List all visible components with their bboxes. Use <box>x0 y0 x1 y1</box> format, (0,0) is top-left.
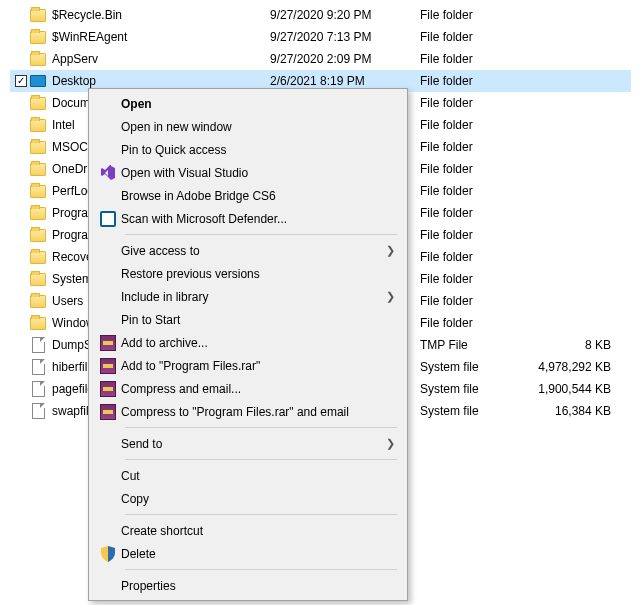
file-name: $Recycle.Bin <box>48 8 270 22</box>
menu-separator <box>125 234 397 235</box>
menu-item[interactable]: Give access to❯ <box>91 239 405 262</box>
row-checkbox[interactable]: ✓ <box>14 75 28 87</box>
menu-separator <box>125 514 397 515</box>
menu-item[interactable]: Browse in Adobe Bridge CS6 <box>91 184 405 207</box>
file-type: File folder <box>420 162 520 176</box>
menu-item-label: Include in library <box>121 290 383 304</box>
file-icon <box>32 381 45 397</box>
row-icon <box>28 381 48 397</box>
folder-icon <box>30 141 46 154</box>
row-icon <box>28 53 48 66</box>
menu-item[interactable]: Properties <box>91 574 405 597</box>
row-icon <box>28 317 48 330</box>
folder-icon <box>30 9 46 22</box>
folder-icon <box>30 53 46 66</box>
file-icon <box>32 403 45 419</box>
menu-item-label: Open in new window <box>121 120 383 134</box>
table-row[interactable]: $WinREAgent9/27/2020 7:13 PMFile folder <box>10 26 631 48</box>
file-type: TMP File <box>420 338 520 352</box>
menu-item-label: Browse in Adobe Bridge CS6 <box>121 189 383 203</box>
row-icon <box>28 207 48 220</box>
file-type: System file <box>420 360 520 374</box>
folder-icon <box>30 229 46 242</box>
menu-item[interactable]: Create shortcut <box>91 519 405 542</box>
menu-separator <box>125 459 397 460</box>
menu-item[interactable]: Open in new window <box>91 115 405 138</box>
folder-icon <box>30 119 46 132</box>
menu-item-label: Open with Visual Studio <box>121 166 383 180</box>
folder-icon <box>30 97 46 110</box>
row-icon <box>28 119 48 132</box>
file-icon <box>32 359 45 375</box>
file-type: File folder <box>420 206 520 220</box>
folder-icon <box>30 185 46 198</box>
checkmark-icon: ✓ <box>15 75 27 87</box>
file-icon <box>32 337 45 353</box>
menu-item-label: Open <box>121 97 383 111</box>
menu-item[interactable]: Compress and email... <box>91 377 405 400</box>
row-icon <box>28 403 48 419</box>
menu-item-label: Delete <box>121 547 383 561</box>
row-icon <box>28 9 48 22</box>
file-name: AppServ <box>48 52 270 66</box>
winrar-icon <box>95 381 121 397</box>
menu-item[interactable]: Copy <box>91 487 405 510</box>
file-type: System file <box>420 382 520 396</box>
table-row[interactable]: $Recycle.Bin9/27/2020 9:20 PMFile folder <box>10 4 631 26</box>
menu-item[interactable]: Add to archive... <box>91 331 405 354</box>
row-icon <box>28 141 48 154</box>
menu-item-label: Add to "Program Files.rar" <box>121 359 383 373</box>
defender-icon <box>95 211 121 227</box>
file-size: 8 KB <box>520 338 631 352</box>
winrar-icon <box>95 404 121 420</box>
chevron-right-icon: ❯ <box>383 290 395 303</box>
menu-item[interactable]: Compress to "Program Files.rar" and emai… <box>91 400 405 423</box>
row-icon <box>28 295 48 308</box>
menu-item[interactable]: Open <box>91 92 405 115</box>
file-type: File folder <box>420 118 520 132</box>
context-menu: OpenOpen in new windowPin to Quick acces… <box>88 88 408 601</box>
file-type: File folder <box>420 316 520 330</box>
desktop-icon <box>30 75 46 87</box>
menu-item-label: Copy <box>121 492 383 506</box>
file-type: System file <box>420 404 520 418</box>
row-icon <box>28 337 48 353</box>
file-date: 2/6/2021 8:19 PM <box>270 74 420 88</box>
file-name: $WinREAgent <box>48 30 270 44</box>
folder-icon <box>30 207 46 220</box>
file-type: File folder <box>420 294 520 308</box>
menu-item[interactable]: Restore previous versions <box>91 262 405 285</box>
file-type: File folder <box>420 74 520 88</box>
menu-item[interactable]: Send to❯ <box>91 432 405 455</box>
table-row[interactable]: AppServ9/27/2020 2:09 PMFile folder <box>10 48 631 70</box>
menu-item[interactable]: Pin to Quick access <box>91 138 405 161</box>
menu-item-label: Cut <box>121 469 383 483</box>
menu-item[interactable]: Delete <box>91 542 405 565</box>
file-size: 1,900,544 KB <box>520 382 631 396</box>
menu-item[interactable]: Add to "Program Files.rar" <box>91 354 405 377</box>
menu-item[interactable]: Scan with Microsoft Defender... <box>91 207 405 230</box>
menu-item-label: Add to archive... <box>121 336 383 350</box>
winrar-icon <box>95 335 121 351</box>
menu-item-label: Pin to Quick access <box>121 143 383 157</box>
menu-item-label: Send to <box>121 437 383 451</box>
file-type: File folder <box>420 250 520 264</box>
file-type: File folder <box>420 140 520 154</box>
file-size: 4,978,292 KB <box>520 360 631 374</box>
folder-icon <box>30 273 46 286</box>
menu-item[interactable]: Cut <box>91 464 405 487</box>
file-type: File folder <box>420 52 520 66</box>
menu-item[interactable]: Open with Visual Studio <box>91 161 405 184</box>
row-icon <box>28 163 48 176</box>
row-icon <box>28 273 48 286</box>
file-type: File folder <box>420 30 520 44</box>
folder-icon <box>30 317 46 330</box>
menu-item[interactable]: Include in library❯ <box>91 285 405 308</box>
row-icon <box>28 97 48 110</box>
file-date: 9/27/2020 2:09 PM <box>270 52 420 66</box>
row-icon <box>28 229 48 242</box>
menu-item-label: Restore previous versions <box>121 267 383 281</box>
file-date: 9/27/2020 9:20 PM <box>270 8 420 22</box>
menu-item[interactable]: Pin to Start <box>91 308 405 331</box>
folder-icon <box>30 251 46 264</box>
